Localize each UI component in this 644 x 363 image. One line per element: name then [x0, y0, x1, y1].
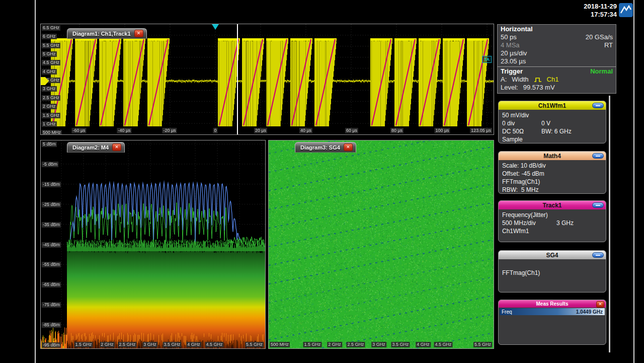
- math4-rbw: RBW: 5 MHz: [502, 186, 602, 194]
- minimize-button[interactable]: [592, 103, 604, 108]
- meas-name: Freq: [500, 309, 512, 315]
- time-text: 17:57:34: [584, 11, 617, 19]
- horizontal-title: Horizontal: [501, 25, 533, 33]
- axis-tick-label: -45 dBm: [42, 242, 61, 248]
- sg4-expression: FFTmag(Ch1): [502, 269, 602, 277]
- ch1-bandwidth: BW: 6 GHz: [541, 128, 572, 135]
- reference-line: [237, 24, 238, 134]
- badge-sg4[interactable]: SG4 FFTmag(Ch1): [498, 250, 606, 293]
- diagram3-spectrogram-canvas[interactable]: [269, 140, 494, 348]
- track1-center: 3 GHz: [556, 220, 574, 227]
- axis-tick-label: 1 GHz: [42, 121, 57, 127]
- axis-tick-label: 4 GHz: [42, 69, 57, 75]
- trigger-section[interactable]: Trigger Normal A: Width Ch1 Level: 99.57…: [498, 66, 616, 93]
- datetime-display: 2018-11-29 17:57:34: [584, 3, 617, 19]
- minimize-button[interactable]: [592, 202, 604, 208]
- diagram3-close-button[interactable]: ✕: [344, 143, 353, 151]
- axis-tick-label: 6 GHz: [42, 34, 57, 39]
- axis-tick-label: -20 µs: [162, 128, 177, 133]
- axis-tick-label: 5 dBm: [42, 141, 57, 147]
- sidebar-scrollbar[interactable]: [609, 96, 610, 352]
- window-edge-right: [633, 0, 634, 363]
- badge-track1-title: Track1: [542, 202, 561, 209]
- trigger-position-marker[interactable]: [212, 24, 219, 30]
- diagram3: Diagram3: SG4 ✕ 500 MHz1.5 GHz2 GHz2.5 G…: [268, 140, 494, 349]
- meas-value: 1.0449 GHz: [576, 309, 605, 315]
- axis-tick-label: 40 µs: [299, 128, 312, 133]
- meas-results-close-button[interactable]: ✕: [596, 301, 604, 308]
- axis-tick-label: 2 GHz: [42, 104, 57, 109]
- axis-tick-label: 3 GHz: [42, 86, 57, 92]
- axis-tick-label: 1.5 GHz: [303, 342, 321, 347]
- axis-tick-label: -75 dBm: [42, 302, 61, 308]
- ch1-position: 0 div: [502, 119, 541, 127]
- axis-tick-label: 5.5 GHz: [473, 342, 492, 347]
- meas-results-body: [499, 315, 606, 343]
- badge-track1[interactable]: Track1 Frequency(Jitter) 500 MHz/div3 GH…: [498, 200, 606, 242]
- axis-tick-label: 3.5 GHz: [163, 342, 181, 347]
- ch1-decimation: Sample: [502, 135, 602, 143]
- axis-tick-label: 20 µs: [254, 128, 267, 133]
- axis-tick-label: 2.5 GHz: [42, 95, 60, 101]
- axis-tick-label: 2.5 GHz: [346, 342, 365, 347]
- axis-tick-label: 1.5 GHz: [74, 342, 93, 347]
- minimize-button[interactable]: [592, 252, 604, 258]
- horizontal-section[interactable]: Horizontal 50 ps20 GSa/s 4 MSaRT 20 µs/d…: [498, 25, 616, 65]
- trigger-a-marker[interactable]: TA: [482, 56, 492, 63]
- badge-meas-results[interactable]: Meas Results ✕ Freq 1.0449 GHz: [498, 300, 606, 345]
- diagram2-tab[interactable]: Diagram2: M4 ✕: [67, 142, 125, 153]
- horizontal-trigger-panel: Horizontal 50 ps20 GSa/s 4 MSaRT 20 µs/d…: [497, 24, 616, 94]
- trigger-source: Ch1: [547, 76, 559, 84]
- date-text: 2018-11-29: [584, 3, 617, 11]
- axis-tick-label: 6.5 GHz: [42, 25, 60, 31]
- track1-source: Frequency(Jitter): [502, 211, 602, 219]
- width-trigger-icon: [534, 77, 542, 83]
- axis-tick-label: 4.5 GHz: [434, 342, 452, 347]
- diagram2-spectrum-canvas[interactable]: [41, 140, 265, 348]
- diagram1-tab-label: Diagram1: Ch1,Track1: [72, 31, 131, 37]
- trigger-mode: Normal: [590, 67, 613, 75]
- track1-waveform: Ch1Wfm1: [502, 227, 602, 235]
- axis-tick-label: 2 GHz: [327, 342, 342, 347]
- diagram3-tab[interactable]: Diagram3: SG4 ✕: [295, 142, 356, 153]
- diagram3-tab-label: Diagram3: SG4: [300, 144, 340, 151]
- axis-tick-label: 3 GHz: [371, 342, 386, 347]
- rohde-schwarz-logo: [619, 3, 633, 17]
- badge-math4[interactable]: Math4 Scale: 10 dB/div Offset: -45 dBm F…: [498, 151, 606, 194]
- axis-tick-label: -40 µs: [117, 128, 131, 133]
- axis-tick-label: 60 µs: [345, 128, 358, 133]
- diagram2-close-button[interactable]: ✕: [112, 143, 121, 151]
- window-edge-left: [35, 0, 36, 363]
- axis-tick-label: 5.5 GHz: [42, 43, 60, 48]
- diagram1-tab[interactable]: Diagram1: Ch1,Track1 ✕: [67, 28, 147, 39]
- axis-tick-label: -60 µs: [71, 128, 86, 133]
- diagram1-close-button[interactable]: ✕: [134, 30, 143, 37]
- axis-tick-label: 4 GHz: [186, 342, 201, 347]
- axis-tick-label: 3.5 GHz: [391, 342, 410, 347]
- meas-result-row: Freq 1.0449 GHz: [500, 308, 605, 315]
- horizontal-reference: 23.05 µs: [501, 57, 526, 65]
- diagram2-tab-label: Diagram2: M4: [72, 144, 109, 151]
- axis-tick-label: -95 dBm: [42, 342, 61, 348]
- axis-tick-label: 500 MHz: [42, 130, 62, 135]
- trigger-type: Width: [512, 76, 528, 84]
- diagram1-waveform-canvas[interactable]: [41, 24, 494, 134]
- badge-ch1wfm1-title: Ch1Wfm1: [538, 102, 566, 109]
- math4-scale: Scale: 10 dB/div: [502, 162, 602, 170]
- ch1-scale: 50 mV/div: [502, 111, 602, 119]
- axis-tick-label: 100 µs: [434, 128, 450, 133]
- axis-tick-label: 5 GHz: [42, 51, 57, 57]
- badge-math4-title: Math4: [543, 153, 561, 160]
- trigger-level-label: Level:: [501, 84, 518, 92]
- axis-tick-label: 2.5 GHz: [118, 342, 136, 347]
- axis-tick-label: 0: [213, 128, 217, 133]
- axis-tick-label: 4.5 GHz: [42, 60, 60, 65]
- axis-tick-label: -15 dBm: [42, 182, 61, 187]
- axis-tick-label: 80 µs: [390, 128, 404, 133]
- minimize-button[interactable]: [592, 153, 604, 159]
- badge-ch1wfm1[interactable]: Ch1Wfm1 50 mV/div 0 div0 V DC 50ΩBW: 6 G…: [498, 101, 606, 143]
- axis-tick-label: -85 dBm: [42, 322, 61, 328]
- track1-scale: 500 MHz/div: [502, 219, 556, 227]
- axis-tick-label: -35 dBm: [42, 222, 61, 228]
- horizontal-acq-mode: RT: [604, 41, 613, 49]
